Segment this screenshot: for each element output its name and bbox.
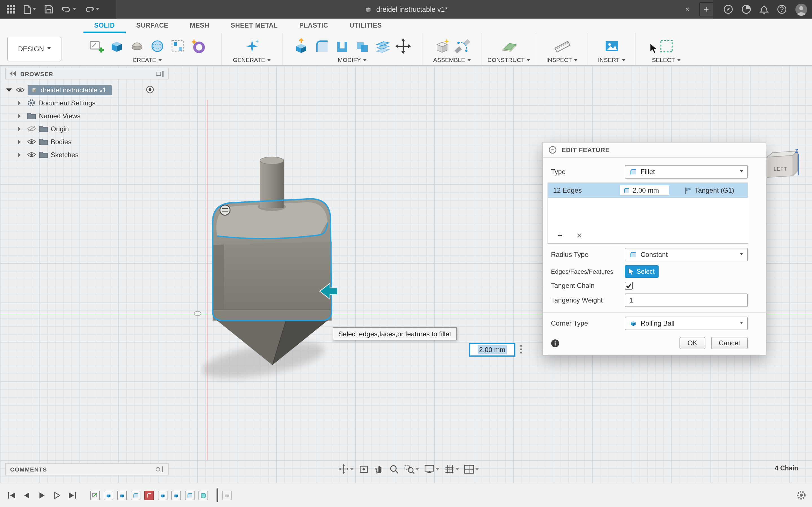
visibility-eye-icon[interactable] [27, 152, 36, 158]
comments-drag-handle[interactable] [156, 466, 163, 472]
timeline-play-button[interactable] [36, 490, 47, 501]
expand-triangle-icon[interactable] [6, 88, 12, 94]
browser-item-origin[interactable]: Origin [16, 122, 168, 135]
timeline-fillet-icon[interactable] [131, 490, 140, 500]
tab-mesh[interactable]: MESH [179, 18, 220, 33]
dreidel-model[interactable] [200, 151, 347, 387]
active-document-highlight[interactable]: dreidel instructable v1 [28, 85, 111, 95]
avatar[interactable] [795, 3, 808, 15]
job-status-icon[interactable] [742, 4, 751, 14]
collapsed-triangle-icon[interactable] [18, 152, 23, 157]
timeline-step-forward-button[interactable] [51, 490, 63, 501]
timeline-extrude-icon[interactable] [171, 490, 181, 500]
pattern-icon[interactable] [169, 38, 186, 54]
collapsed-triangle-icon[interactable] [18, 139, 23, 144]
zoom-window-icon[interactable] [404, 464, 419, 474]
browser-item-named-views[interactable]: Named Views [16, 109, 168, 122]
create-sketch-icon[interactable] [88, 38, 105, 54]
radius-input[interactable]: 2.00 mm [620, 185, 669, 196]
continuity-dropdown[interactable]: Tangent (G1) [684, 186, 734, 194]
combine-icon[interactable] [354, 38, 371, 54]
collapse-panel-icon[interactable] [10, 71, 16, 76]
insert-image-icon[interactable] [603, 38, 620, 54]
comments-bar[interactable]: COMMENTS [5, 463, 168, 475]
visibility-eye-icon[interactable] [27, 138, 36, 145]
browser-header[interactable]: BROWSER [5, 68, 168, 79]
info-icon[interactable] [551, 339, 559, 347]
viewcube-face-label[interactable]: LEFT [768, 166, 793, 172]
look-at-icon[interactable] [359, 464, 369, 474]
display-settings-icon[interactable] [424, 464, 439, 474]
timeline-position-marker[interactable] [216, 489, 218, 502]
tangency-weight-input[interactable]: 1 [625, 293, 748, 307]
measure-icon[interactable] [553, 38, 570, 54]
joint-icon[interactable] [454, 38, 470, 54]
dimension-input[interactable]: 2.00 mm [469, 343, 515, 356]
dialog-header[interactable]: EDIT FEATURE [543, 143, 766, 158]
timeline-sketch-icon[interactable] [90, 490, 100, 500]
corner-type-dropdown[interactable]: Rolling Ball [625, 317, 748, 330]
close-tab-icon[interactable]: × [682, 4, 693, 14]
timeline-go-end-button[interactable] [66, 490, 78, 501]
tab-surface[interactable]: SURFACE [125, 18, 179, 33]
extension-icon[interactable] [723, 4, 733, 14]
remove-selection-button[interactable]: × [574, 230, 584, 240]
help-icon[interactable] [777, 4, 786, 14]
timeline-extrude-icon[interactable] [117, 490, 127, 500]
tab-solid[interactable]: SOLID [84, 18, 125, 33]
radius-type-dropdown[interactable]: Constant [625, 248, 748, 262]
collapsed-triangle-icon[interactable] [18, 126, 23, 131]
shell-icon[interactable] [334, 38, 350, 54]
fillet-selection-list[interactable]: 12 Edges 2.00 mm Tangent (G1) [548, 182, 748, 244]
offset-face-icon[interactable] [374, 38, 391, 54]
browser-item-document-settings[interactable]: Document Settings [16, 96, 168, 109]
timeline-go-start-button[interactable] [6, 490, 17, 501]
select-tool-icon[interactable] [658, 38, 675, 54]
visibility-eye-icon[interactable] [16, 87, 25, 93]
collapsed-triangle-icon[interactable] [18, 101, 23, 105]
collapsed-triangle-icon[interactable] [18, 114, 23, 118]
pan-hand-icon[interactable] [374, 464, 384, 474]
box-icon[interactable] [108, 38, 125, 54]
zoom-icon[interactable] [389, 464, 399, 474]
selection-row[interactable]: 12 Edges 2.00 mm Tangent (G1) [548, 183, 748, 198]
cancel-button[interactable]: Cancel [711, 337, 748, 349]
fillet-tool-icon[interactable] [313, 38, 330, 54]
insert-menu[interactable]: INSERT [598, 56, 625, 64]
tangent-chain-checkbox[interactable] [625, 282, 633, 290]
generate-icon[interactable] [243, 38, 260, 54]
timeline-fillet-icon[interactable] [185, 490, 195, 500]
timeline-extrude-icon[interactable] [158, 490, 167, 500]
timeline-suppressed-icon[interactable] [222, 490, 232, 500]
add-selection-button[interactable]: + [555, 230, 565, 240]
timeline-extrude-icon[interactable] [104, 490, 113, 500]
tab-utilities[interactable]: UTILITIES [339, 18, 393, 33]
workspace-switcher-button[interactable]: DESIGN [7, 37, 61, 61]
inspect-menu[interactable]: INSPECT [546, 56, 577, 64]
create-menu[interactable]: CREATE [133, 56, 162, 64]
create-form-icon[interactable] [190, 38, 206, 54]
modify-menu[interactable]: MODIFY [338, 56, 366, 64]
construction-plane-icon[interactable] [500, 38, 517, 54]
tab-plastic[interactable]: PLASTIC [289, 18, 339, 33]
press-pull-icon[interactable] [293, 38, 310, 54]
new-tab-button[interactable]: + [699, 2, 713, 16]
type-dropdown[interactable]: Fillet [625, 165, 748, 179]
visibility-off-eye-icon[interactable] [27, 126, 36, 132]
notifications-bell-icon[interactable] [760, 4, 769, 14]
timeline-step-back-button[interactable] [21, 490, 32, 501]
tab-sheet-metal[interactable]: SHEET METAL [220, 18, 289, 33]
revolve-icon[interactable] [129, 38, 146, 54]
panel-drag-handle[interactable] [156, 71, 164, 76]
dimension-options-icon[interactable] [519, 344, 523, 354]
browser-item-sketches[interactable]: Sketches [16, 148, 168, 161]
move-copy-icon[interactable] [395, 38, 411, 54]
activate-component-radio[interactable] [146, 86, 154, 94]
assemble-menu[interactable]: ASSEMBLE [433, 56, 470, 64]
grid-snap-icon[interactable] [444, 464, 459, 474]
orbit-icon[interactable] [338, 464, 354, 474]
timeline-editing-fillet-icon[interactable] [144, 490, 154, 500]
generate-menu[interactable]: GENERATE [233, 56, 271, 64]
browser-root-row[interactable]: dreidel instructable v1 [5, 83, 168, 96]
timeline-settings-gear-icon[interactable] [796, 490, 806, 500]
